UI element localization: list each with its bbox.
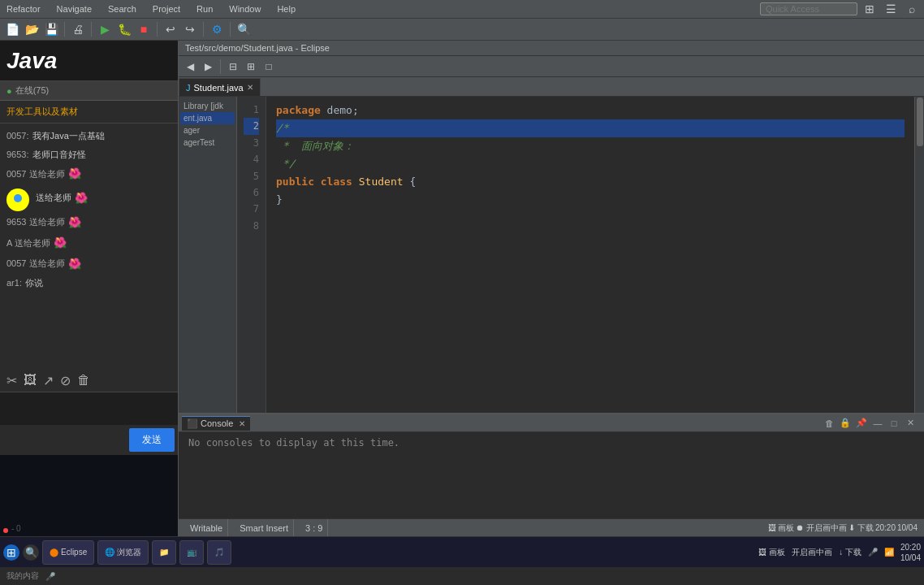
cursor-indicator: [6, 188, 29, 211]
menu-help[interactable]: Help: [274, 2, 299, 15]
close-tab-icon[interactable]: ✕: [247, 83, 253, 92]
search-taskbar-icon[interactable]: 🔍: [23, 544, 39, 561]
send-button[interactable]: 发送: [129, 428, 175, 452]
debug-btn[interactable]: 🐛: [115, 20, 133, 38]
chat-send-row: 发送: [0, 425, 178, 455]
tree-item[interactable]: agerTest: [180, 136, 235, 149]
console-lock-btn[interactable]: 🔒: [838, 416, 853, 431]
tree-item[interactable]: ent.java: [180, 112, 235, 124]
code-line-3: * 面向对象：: [276, 137, 905, 155]
code-line-5: public class Student {: [276, 173, 905, 191]
path-text: Test/src/demo/Student.java - Eclipse: [185, 43, 330, 53]
search-icon[interactable]: ⌕: [903, 0, 921, 18]
online-indicator: ●: [6, 86, 12, 96]
code-line-4: */: [276, 155, 905, 173]
menu-window[interactable]: Window: [226, 2, 264, 15]
tab-console[interactable]: ⬛ Console ✕: [182, 416, 250, 431]
share-icon[interactable]: ↗: [43, 373, 54, 388]
collapse-btn[interactable]: ⊟: [225, 58, 241, 75]
menu-search[interactable]: Search: [105, 2, 140, 15]
redo-btn[interactable]: ↪: [181, 20, 199, 38]
file-tabs: J Student.java ✕: [179, 77, 924, 97]
editor-split: Library [jdk ent.java ager agerTest 1 2 …: [179, 97, 924, 413]
mic-icon: 🎤: [45, 572, 55, 581]
package-explorer-partial: Library [jdk ent.java ager agerTest: [179, 97, 237, 413]
taskbar-app1[interactable]: 📺: [179, 540, 204, 565]
console-tabs-bar: ⬛ Console ✕ 🗑 🔒 📌 — □ ✕: [179, 414, 924, 432]
search-toolbar-btn[interactable]: 🔍: [235, 20, 253, 38]
expand-btn[interactable]: ⊞: [243, 58, 259, 75]
list-item: 0057 送给老师 🌺: [0, 254, 178, 275]
trash-icon[interactable]: 🗑: [77, 373, 90, 388]
taskbar-app2[interactable]: 🎵: [207, 540, 231, 565]
status-smart-insert: Smart Insert: [235, 519, 294, 536]
block-icon[interactable]: ⊘: [60, 373, 71, 388]
close-console-icon[interactable]: ✕: [239, 419, 245, 428]
list-item: 9653: 老师口音好怪: [0, 145, 178, 164]
eclipse-path-bar: Test/src/demo/Student.java - Eclipse: [179, 41, 924, 56]
console-close-btn[interactable]: ✕: [903, 416, 918, 431]
image-icon[interactable]: 🖼: [24, 373, 37, 388]
browser-bar: 我的内容 🎤: [0, 567, 924, 585]
print-btn[interactable]: 🖨: [69, 20, 87, 38]
tab-student-java[interactable]: J Student.java ✕: [179, 78, 261, 96]
taskbar-mic: 🎤: [868, 548, 878, 557]
run-btn[interactable]: ▶: [96, 20, 114, 38]
open-btn[interactable]: 📂: [23, 20, 41, 38]
taskbar-download[interactable]: ↓ 下载: [839, 547, 861, 558]
tab-label: Student.java: [194, 83, 244, 93]
eclipse-editor-area: J Student.java ✕ Library [jdk ent.java a…: [179, 77, 924, 413]
taskbar-eclipse[interactable]: ⬤ Eclipse: [42, 540, 94, 565]
undo-btn[interactable]: ↩: [162, 20, 179, 38]
console-clear-btn[interactable]: 🗑: [822, 416, 836, 431]
list-item: 9653 送给老师 🌺: [0, 212, 178, 233]
status-writable: Writable: [185, 519, 228, 536]
editor-scrollbar[interactable]: [914, 97, 924, 413]
start-icon[interactable]: ⊞: [3, 544, 19, 561]
file-icon: J: [186, 83, 191, 93]
list-item: 0057 送给老师 🌺: [0, 163, 178, 184]
line-numbers: 1 2 3 4 5 6 7 8: [237, 97, 266, 413]
taskbar-clock: 20:20 10/04: [900, 542, 921, 563]
taskbar-canvas[interactable]: 🖼 画板: [758, 547, 785, 558]
chat-video-area: - 0: [0, 455, 178, 536]
browser-content-label: 我的内容: [6, 570, 39, 582]
sep1: [64, 22, 65, 37]
quick-access-input[interactable]: [760, 2, 857, 15]
sep2: [91, 22, 92, 37]
console-minimize-btn[interactable]: —: [870, 416, 885, 431]
menu-navigate[interactable]: Navigate: [54, 2, 95, 15]
new-btn[interactable]: 📄: [3, 20, 21, 38]
tree-item[interactable]: Library [jdk: [180, 100, 235, 112]
code-line-7: }: [276, 191, 905, 209]
save-btn[interactable]: 💾: [42, 20, 60, 38]
tree-item[interactable]: ager: [180, 124, 235, 136]
forward-btn[interactable]: ▶: [200, 58, 216, 75]
code-content[interactable]: package demo; /* * 面向对象： */ public class…: [266, 97, 914, 413]
main-toolbar: 📄 📂 💾 🖨 ▶ 🐛 ■ ↩ ↪ ⚙ 🔍: [0, 18, 924, 41]
maximize-view-btn[interactable]: □: [261, 58, 277, 75]
view-btn[interactable]: ☰: [882, 0, 900, 18]
stop-btn[interactable]: ■: [135, 20, 153, 38]
taskbar-browser[interactable]: 🌐 浏览器: [97, 540, 149, 565]
sep6: [220, 59, 221, 74]
taskbar-folder[interactable]: 📁: [152, 540, 176, 565]
menu-refactor[interactable]: Refactor: [3, 2, 44, 15]
back-btn[interactable]: ◀: [182, 58, 198, 75]
console-pin-btn[interactable]: 📌: [854, 416, 869, 431]
chat-header: ● 在线(75): [0, 81, 178, 101]
taskbar-pip[interactable]: 开启画中画: [792, 547, 832, 558]
console-content: No consoles to display at this time.: [179, 432, 924, 518]
chat-input-toolbar: ✂ 🖼 ↗ ⊘ 🗑: [0, 370, 178, 392]
status-bar: Writable Smart Insert 3 : 9 🖼 画板 ⏺ 开启画中画…: [179, 518, 924, 536]
menu-run[interactable]: Run: [193, 2, 216, 15]
menu-project[interactable]: Project: [149, 2, 184, 15]
code-line-2: /*: [276, 119, 905, 137]
build-btn[interactable]: ⚙: [208, 20, 226, 38]
perspective-btn[interactable]: ⊞: [861, 0, 879, 18]
code-editor: 1 2 3 4 5 6 7 8 package demo; /* * 面向对象：…: [237, 97, 924, 413]
scrollbar-thumb: [917, 98, 923, 146]
scissors-icon[interactable]: ✂: [6, 373, 17, 388]
chat-text-input[interactable]: [0, 392, 178, 425]
console-maximize-btn[interactable]: □: [887, 416, 901, 431]
